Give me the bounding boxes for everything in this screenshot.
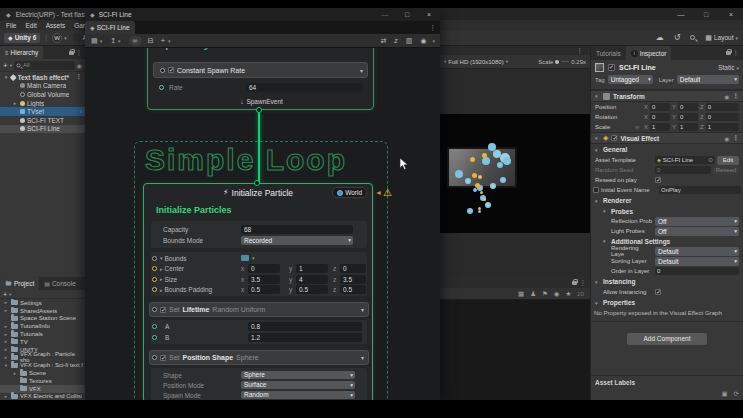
- foldout-icon[interactable]: ▾: [595, 93, 600, 99]
- resolution-dropdown[interactable]: Full HD (1920x1080): [448, 59, 503, 65]
- chevron-down-icon[interactable]: ▾: [64, 35, 67, 41]
- block-enabled-checkbox[interactable]: [160, 307, 166, 313]
- item-trailing-icon[interactable]: ⋮: [76, 73, 83, 81]
- component-enabled-checkbox[interactable]: [611, 135, 617, 141]
- expander-icon[interactable]: ▸: [3, 332, 9, 337]
- visual-effect-section-header[interactable]: ▾ ◈ Visual Effect ◉ ⋮: [591, 132, 743, 144]
- project-folder-row[interactable]: ▾ VFX Graph : Sci-fi text f: [0, 361, 85, 369]
- close-button[interactable]: ×: [723, 11, 739, 18]
- enum-dropdown[interactable]: Random: [241, 391, 355, 399]
- constant-spawn-rate-block[interactable]: Constant Spawn Rate ▾: [153, 62, 368, 78]
- instancing-subheader[interactable]: ▾Instancing: [591, 276, 743, 287]
- press-icon[interactable]: ▣: [721, 390, 727, 398]
- tab-inspector[interactable]: i Inspector: [626, 46, 672, 60]
- lock-icon[interactable]: [572, 281, 577, 285]
- expander-icon[interactable]: ▸: [12, 100, 18, 106]
- z-field[interactable]: 0.5: [340, 285, 366, 294]
- probes-subheader[interactable]: ▾Probes: [591, 206, 743, 216]
- expander-icon[interactable]: ▾: [3, 363, 9, 368]
- chevron-down-icon[interactable]: ▾: [444, 59, 446, 64]
- chevron-down-icon[interactable]: ▾: [506, 59, 508, 64]
- help-icon[interactable]: ◉: [724, 93, 729, 100]
- chevron-down-icon[interactable]: ▾: [361, 354, 364, 361]
- project-folder-row[interactable]: ▸ Tutorials: [0, 330, 85, 338]
- scale-link-icon[interactable]: ∞: [635, 124, 642, 130]
- kebab-menu-icon[interactable]: ⋮: [580, 279, 587, 287]
- tab-vfx-graph[interactable]: ◈ SCI-FI Line: [85, 21, 135, 34]
- kebab-menu-icon[interactable]: ⋮: [76, 49, 83, 57]
- block-enabled-checkbox[interactable]: [168, 67, 174, 73]
- object-picker-icon[interactable]: ⊙: [708, 156, 713, 164]
- chevron-down-icon[interactable]: ▾: [10, 63, 12, 68]
- layout-dropdown[interactable]: ▦ Layout ▾: [705, 34, 738, 42]
- x-field[interactable]: 0: [248, 264, 280, 273]
- allow-instancing-checkbox[interactable]: [655, 289, 661, 295]
- enum-dropdown[interactable]: Sphere: [241, 371, 355, 379]
- attach-toggle[interactable]: ∞: [129, 36, 142, 46]
- vfx-window-titlebar[interactable]: ◆ SCI-FI Line — □ ×: [85, 8, 440, 21]
- rate-field[interactable]: 64: [246, 83, 364, 92]
- x-field[interactable]: 3.5: [248, 275, 280, 284]
- menu-item[interactable]: Edit: [25, 22, 36, 29]
- value-port[interactable]: [152, 324, 157, 329]
- tab-console[interactable]: ▤ Console: [39, 277, 81, 290]
- project-folder-row[interactable]: ▸ TV: [0, 338, 85, 346]
- project-folder-row[interactable]: Space Station Scene: [0, 315, 85, 323]
- spawn-system-node[interactable]: Spawn System Constant Spawn Rate ▾ Rate …: [147, 48, 374, 110]
- properties-subheader[interactable]: ▾Properties: [591, 297, 743, 308]
- cloud-icon[interactable]: ☁: [656, 33, 664, 42]
- help-icon[interactable]: ◉: [724, 135, 729, 142]
- setting-dropdown[interactable]: Default: [655, 247, 739, 256]
- eye-icon[interactable]: ◉: [77, 62, 82, 69]
- tab-project[interactable]: Project: [0, 277, 39, 290]
- chevron-down-icon[interactable]: ▾: [252, 255, 255, 261]
- active-checkbox[interactable]: [608, 64, 615, 71]
- bounds-gizmo-icon[interactable]: [241, 255, 249, 261]
- kebab-menu-icon[interactable]: ⋮: [733, 49, 740, 57]
- tab-tutorials[interactable]: Tutorials: [591, 46, 626, 60]
- warning-cluster[interactable]: ◄ ⚠: [375, 187, 392, 198]
- set-position-shape-block-header[interactable]: Set Position Shape Sphere ▾: [149, 350, 369, 365]
- x-field[interactable]: 0: [650, 103, 670, 111]
- chevron-down-icon[interactable]: ▾: [360, 67, 363, 74]
- setting-dropdown[interactable]: Default: [655, 257, 739, 266]
- expander-icon[interactable]: ▸: [3, 347, 9, 352]
- chevron-down-icon[interactable]: ▾: [168, 38, 171, 44]
- init-input-port[interactable]: [254, 180, 260, 186]
- expander-icon[interactable]: ▸: [3, 394, 9, 399]
- add-icon[interactable]: +: [160, 36, 165, 45]
- z-field[interactable]: 1: [706, 123, 739, 131]
- chevron-down-icon[interactable]: ▾: [9, 292, 11, 297]
- z-field[interactable]: 0: [706, 113, 739, 121]
- group-label[interactable]: Simple Loop: [145, 143, 347, 177]
- layer-dropdown[interactable]: Default: [677, 75, 739, 84]
- account-avatar[interactable]: W: [52, 33, 62, 43]
- chevron-down-icon[interactable]: ▾: [432, 38, 435, 44]
- object-name[interactable]: SCI-FI Line: [619, 64, 656, 71]
- expander-icon[interactable]: ▸: [160, 276, 163, 282]
- initial-event-checkbox[interactable]: [593, 187, 599, 193]
- project-folder-row[interactable]: Textures: [0, 377, 85, 385]
- expander-icon[interactable]: ▾: [3, 74, 9, 80]
- transform-section-header[interactable]: ▾ Transform ◉ ⋮: [591, 90, 743, 102]
- y-field[interactable]: 0.5: [296, 285, 328, 294]
- chevron-down-icon[interactable]: ▾: [100, 38, 103, 44]
- expander-icon[interactable]: ▸: [3, 308, 9, 313]
- initial-event-field[interactable]: OnPlay: [659, 186, 741, 194]
- value-field[interactable]: 1.2: [248, 333, 362, 342]
- asset-labels[interactable]: Asset Labels: [595, 379, 635, 386]
- expander-icon[interactable]: ▸: [3, 324, 9, 329]
- kebab-menu-icon[interactable]: ⋮: [577, 47, 584, 55]
- foldout-icon[interactable]: ▾: [160, 255, 163, 261]
- z-order-icon[interactable]: z: [394, 37, 398, 44]
- expander-icon[interactable]: ▸: [12, 371, 18, 376]
- project-folder-row[interactable]: ▸ VFX Graph : Particle sho: [0, 354, 85, 362]
- expander-icon[interactable]: ▸: [3, 300, 9, 305]
- chevron-down-icon[interactable]: ▾: [361, 306, 364, 313]
- menu-item[interactable]: Assets: [46, 22, 66, 29]
- hierarchy-item[interactable]: TVset ›: [0, 107, 85, 116]
- project-folder-row[interactable]: VFX: [0, 385, 85, 393]
- project-folder-row[interactable]: ▸ Scene: [0, 369, 85, 377]
- value-port[interactable]: [152, 287, 157, 292]
- value-port[interactable]: [152, 335, 157, 340]
